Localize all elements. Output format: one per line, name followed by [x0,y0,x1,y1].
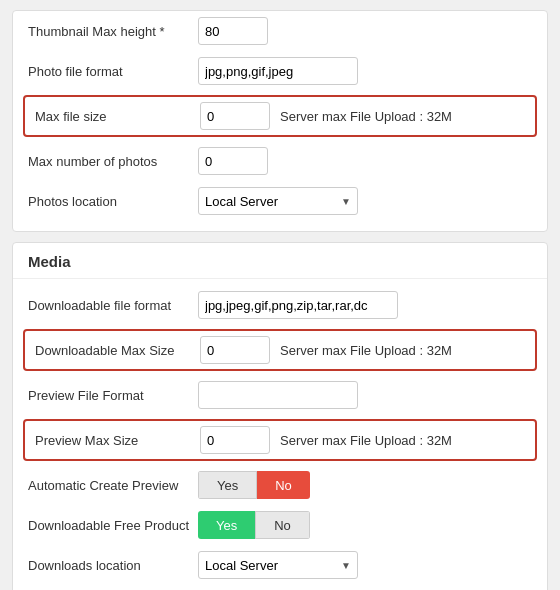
automatic-create-preview-row: Automatic Create Preview Yes No [13,465,547,505]
preview-max-size-label: Preview Max Size [35,433,200,448]
preview-max-size-input[interactable] [200,426,270,454]
max-file-size-server-info: Server max File Upload : 32M [280,109,452,124]
media-section: Media Downloadable file format Downloada… [12,242,548,590]
preview-file-format-label: Preview File Format [28,388,198,403]
photo-file-format-label: Photo file format [28,64,198,79]
photo-file-format-input[interactable] [198,57,358,85]
automatic-create-preview-yes-btn[interactable]: Yes [198,471,257,499]
max-file-size-label: Max file size [35,109,200,124]
thumbnail-max-height-row: Thumbnail Max height * [13,11,547,51]
downloadable-free-product-row: Downloadable Free Product Yes No [13,505,547,545]
photos-location-select-wrapper: Local Server FTP Server S3 Server [198,187,358,215]
downloads-location-select-wrapper: Local Server FTP Server S3 Server [198,551,358,579]
photos-location-label: Photos location [28,194,198,209]
thumbnail-max-height-label: Thumbnail Max height * [28,24,198,39]
max-number-photos-row: Max number of photos [13,141,547,181]
preview-max-size-server-info: Server max File Upload : 32M [280,433,452,448]
downloadable-free-product-yes-btn[interactable]: Yes [198,511,255,539]
downloadable-max-size-label: Downloadable Max Size [35,343,200,358]
downloadable-max-size-row: Downloadable Max Size Server max File Up… [23,329,537,371]
photos-location-select[interactable]: Local Server FTP Server S3 Server [198,187,358,215]
downloadable-free-product-toggle: Yes No [198,511,310,539]
downloadable-file-format-row: Downloadable file format [13,285,547,325]
photos-location-row: Photos location Local Server FTP Server … [13,181,547,221]
max-file-size-row: Max file size Server max File Upload : 3… [23,95,537,137]
downloadable-max-size-server-info: Server max File Upload : 32M [280,343,452,358]
photos-section: Thumbnail Max height * Photo file format… [12,10,548,232]
automatic-create-preview-label: Automatic Create Preview [28,478,198,493]
downloads-location-select[interactable]: Local Server FTP Server S3 Server [198,551,358,579]
downloads-location-row: Downloads location Local Server FTP Serv… [13,545,547,585]
max-file-size-input[interactable] [200,102,270,130]
max-number-photos-label: Max number of photos [28,154,198,169]
preview-max-size-row: Preview Max Size Server max File Upload … [23,419,537,461]
thumbnail-max-height-input[interactable] [198,17,268,45]
downloadable-max-size-input[interactable] [200,336,270,364]
preview-file-format-row: Preview File Format [13,375,547,415]
automatic-create-preview-no-btn[interactable]: No [257,471,310,499]
downloadable-file-format-label: Downloadable file format [28,298,198,313]
photo-file-format-row: Photo file format [13,51,547,91]
automatic-create-preview-toggle: Yes No [198,471,310,499]
downloadable-free-product-no-btn[interactable]: No [255,511,310,539]
downloads-location-label: Downloads location [28,558,198,573]
downloadable-free-product-label: Downloadable Free Product [28,518,198,533]
downloadable-file-format-input[interactable] [198,291,398,319]
preview-file-format-input[interactable] [198,381,358,409]
max-number-photos-input[interactable] [198,147,268,175]
media-section-title: Media [13,243,547,279]
